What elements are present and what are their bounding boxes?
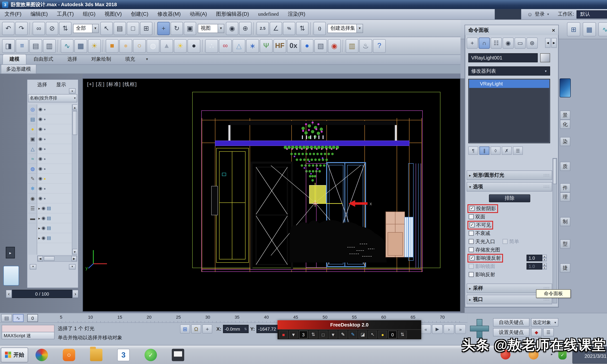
clipboard-icon[interactable]: ▥ (346, 39, 358, 52)
shape-dropdown-icon[interactable]: ▼ (329, 331, 337, 338)
eye-icon[interactable]: ◉ (38, 146, 42, 151)
next-frame-icon[interactable]: › (444, 325, 454, 334)
display-frozen-icon[interactable]: ❄ (28, 184, 37, 194)
scene-explorer-row[interactable]: ◉● (37, 174, 72, 184)
expand-icon[interactable]: ▸ (38, 206, 40, 210)
help-icon[interactable]: ? (373, 39, 386, 52)
dock-tab[interactable]: 化 (560, 120, 570, 129)
menu-item[interactable]: 图形编辑器(D) (211, 9, 254, 19)
scene-explorer-row[interactable]: ◉● (37, 104, 72, 114)
checkbox-unchecked[interactable] (502, 239, 508, 244)
target-camera-icon[interactable]: ◉ (328, 39, 341, 52)
checkbox-unchecked[interactable] (469, 231, 474, 236)
eye-icon[interactable]: ◉ (38, 126, 42, 132)
selection-filter-dropdown[interactable]: 全部▼ (73, 24, 99, 33)
spin-up-icon[interactable]: ▲ (542, 263, 547, 266)
blue-sphere-icon[interactable]: ● (301, 39, 314, 52)
counter-stepper-icon[interactable]: ⇅ (398, 331, 407, 338)
exclude-button[interactable]: 排除 (489, 194, 530, 202)
expand-icon[interactable]: ▾ (30, 264, 36, 269)
modifier-list-dropdown[interactable]: 修改器列表 ▼ (468, 66, 550, 76)
vray-light-plane[interactable] (309, 185, 326, 204)
eye-icon[interactable]: ◉ (41, 225, 46, 231)
dropdown-arrow-icon[interactable]: ▼ (92, 24, 98, 32)
scroll-up-icon[interactable]: ▲ (72, 104, 77, 110)
auto-key-button[interactable]: 自动关键点 (493, 318, 529, 326)
make-unique-icon[interactable]: ◊ (490, 147, 501, 155)
door[interactable] (251, 163, 292, 269)
eye-icon[interactable]: ◉ (38, 116, 42, 122)
checkbox-checked[interactable]: ✓ (470, 256, 475, 260)
menu-item[interactable]: 创建(C) (126, 9, 153, 19)
expand-icon[interactable]: ▸ (38, 216, 40, 220)
ribbon-tab[interactable]: 选择 (60, 54, 84, 65)
dropdown-arrow-icon[interactable]: ▼ (218, 24, 224, 32)
scene-explorer-row[interactable]: ◉● (37, 184, 72, 194)
pillar-left[interactable] (228, 125, 230, 142)
tab-polygon-modeling[interactable]: 多边形建模 (1, 65, 36, 74)
scene-explorer-row[interactable]: ▸◉▤ (37, 204, 72, 213)
wardrobe[interactable] (216, 148, 249, 262)
menu-item[interactable]: 文件(F) (0, 9, 26, 19)
brush-tool-icon[interactable]: ✎ (349, 331, 357, 338)
selection-lock-icon[interactable]: Ω (191, 325, 201, 334)
show-end-result-icon[interactable]: ∥ (479, 147, 489, 155)
bind-to-spacewarp-icon[interactable]: ⇅ (59, 22, 71, 35)
spin-up-icon[interactable]: ▲ (542, 255, 547, 258)
title-bar[interactable]: 3 卧室效果图设计.max - Autodesk 3ds Max 2018 _ … (0, 0, 607, 9)
eye-icon[interactable]: ◉ (38, 176, 42, 181)
stack-item-selected[interactable]: VRayLight (469, 80, 549, 88)
scene-explorer-row[interactable]: ▸◉▤ (37, 213, 72, 223)
eye-icon[interactable]: ◉ (38, 195, 42, 201)
expand-icon[interactable]: ▸ (38, 236, 40, 240)
eye-icon[interactable]: ◉ (38, 166, 42, 171)
chain-link-icon[interactable]: ∞ (219, 39, 232, 52)
scroll-thumb[interactable] (44, 256, 54, 261)
menu-item[interactable]: undefined (254, 9, 283, 19)
window-crossing-icon[interactable]: ⊞ (140, 22, 152, 35)
rectangular-selection-region-icon[interactable]: □ (127, 22, 139, 35)
dock-tab[interactable]: 制 (560, 217, 570, 226)
menu-item[interactable]: 视图(V) (100, 9, 126, 19)
dock-tab[interactable]: 型 (560, 239, 570, 248)
eye-icon[interactable]: ◉ (38, 156, 42, 161)
select-and-link-icon[interactable]: ∞ (33, 22, 45, 35)
display-all-icon[interactable]: ◎ (28, 104, 37, 114)
dock-tool-icon[interactable] (560, 78, 571, 97)
motion-tab-icon[interactable]: ◉ (502, 37, 514, 49)
display-hidden-icon[interactable]: ◉ (28, 194, 37, 204)
remove-modifier-icon[interactable]: ✗ (502, 147, 512, 155)
menu-item[interactable]: 工具(T) (52, 9, 78, 19)
color-swatch-icon[interactable]: ■ (279, 331, 288, 338)
redo-icon[interactable]: ↷ (15, 22, 28, 35)
display-settings-icon[interactable]: ▬ (28, 213, 37, 223)
dropdown-arrow-icon[interactable]: ▼ (356, 24, 363, 32)
pyramid-primitive-icon[interactable]: ▲ (160, 39, 173, 52)
geosphere-primitive-icon[interactable]: ◍ (147, 39, 159, 52)
scroll-thumb[interactable] (553, 158, 557, 184)
align-icon[interactable]: ≡ (16, 39, 28, 52)
menu-item[interactable]: 修改器(M) (153, 9, 185, 19)
set-key-icon[interactable]: ◆ (531, 328, 542, 336)
viewport-canvas[interactable]: x (83, 79, 460, 311)
display-geometry-icon[interactable]: ▤ (28, 114, 37, 124)
horizontal-scrollbar[interactable]: ◀ ▶ (37, 256, 77, 262)
scene-explorer-row[interactable]: ◉● (37, 124, 72, 134)
edit-named-selection-sets-icon[interactable]: {} (314, 22, 326, 35)
eye-icon[interactable]: ◉ (38, 106, 42, 112)
create-tab-icon[interactable]: + (467, 37, 478, 49)
checkbox-unchecked[interactable] (469, 264, 474, 269)
light-lister-icon[interactable]: ☀ (88, 39, 101, 52)
panel-scroll-left-icon[interactable]: ◀ (545, 38, 550, 48)
select-and-scale-icon[interactable]: ▣ (184, 22, 196, 35)
undo-icon[interactable]: ↶ (2, 22, 14, 35)
cursor-tool-icon[interactable]: ↖ (368, 331, 377, 338)
checkbox-unchecked[interactable] (469, 247, 474, 252)
tab-display[interactable]: 显示 (56, 81, 66, 88)
modifier-stack[interactable]: VRayLight (468, 79, 550, 143)
color-dropdown-icon[interactable]: ▼ (289, 331, 298, 338)
scene-explorer-row[interactable]: ◉● (37, 194, 72, 204)
checkbox-unchecked[interactable] (469, 239, 474, 244)
eye-icon[interactable]: ◉ (41, 235, 46, 241)
key-selection-dropdown[interactable]: 选定对象 ▼ (531, 318, 558, 326)
